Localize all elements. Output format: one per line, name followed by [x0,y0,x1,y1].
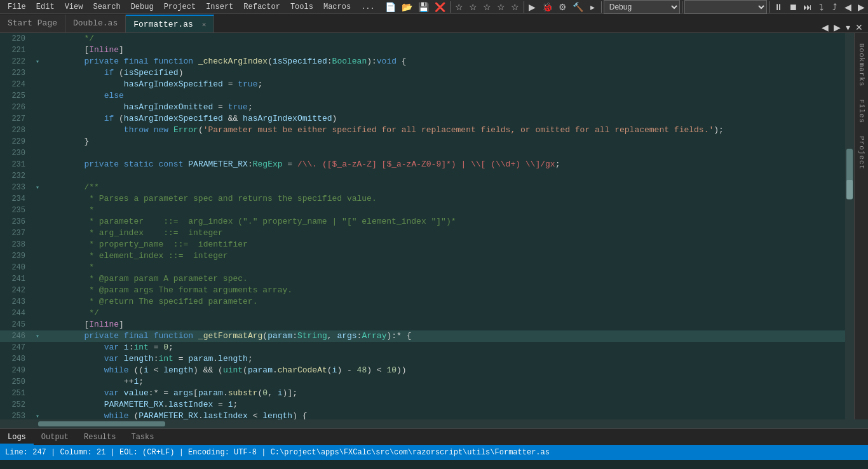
more-btn[interactable]: ▸ [587,0,599,15]
line-number[interactable]: 232 [0,172,33,180]
code-content: * parameter ::= arg_index ("." property_… [42,216,845,228]
bottom-tab-output[interactable]: Output [34,429,76,445]
horizontal-scrollbar-thumb[interactable] [38,421,165,426]
save-btn[interactable]: 💾 [416,0,431,15]
target-select[interactable] [684,0,767,14]
line-number[interactable]: 230 [0,149,33,158]
line-number[interactable]: 246 [0,332,33,341]
nav-fwd-btn[interactable]: ▶ [855,0,868,15]
run-btn[interactable]: ▶ [526,0,539,15]
debug-btn[interactable]: 🐞 [539,0,555,15]
line-number[interactable]: 220 [0,34,33,43]
star4-btn[interactable]: ☆ [494,0,508,15]
build-btn[interactable]: 🔨 [570,0,586,15]
line-number[interactable]: 223 [0,69,33,78]
horizontal-scrollbar[interactable] [0,419,868,428]
fold-indicator[interactable]: ▾ [33,58,42,65]
tab-scroll-right-btn[interactable]: ▶ [831,22,843,32]
line-number[interactable]: 243 [0,297,33,306]
star1-btn[interactable]: ☆ [452,0,466,15]
line-number[interactable]: 227 [0,114,33,123]
separator-3 [601,1,602,13]
menu-file[interactable]: File [3,0,31,14]
menu-tools[interactable]: Tools [285,0,318,14]
project-panel-label[interactable]: Project [857,131,867,175]
tab-close-icon[interactable]: ✕ [202,21,207,29]
tab-double-as[interactable]: Double.as [65,15,126,32]
line-number[interactable]: 237 [0,229,33,238]
line-number[interactable]: 234 [0,194,33,203]
line-number[interactable]: 248 [0,355,33,364]
line-number[interactable]: 231 [0,160,33,169]
line-number[interactable]: 251 [0,389,33,398]
code-line: 250 ++i; [0,376,845,388]
line-number[interactable]: 244 [0,309,33,318]
close-btn[interactable]: ❌ [432,0,448,15]
line-number[interactable]: 242 [0,286,33,295]
step-out-btn[interactable]: ⤴ [829,0,841,15]
menu-insert[interactable]: Insert [201,0,238,14]
menu-project[interactable]: Project [159,0,201,14]
debug-config-select[interactable]: Debug Release [604,0,680,14]
line-number[interactable]: 252 [0,400,33,409]
line-number[interactable]: 233 [0,183,33,192]
line-number[interactable]: 236 [0,217,33,226]
code-line: 248 var length:int = param.length; [0,353,845,365]
stop-btn[interactable]: ⏹ [786,0,800,15]
tab-start-page[interactable]: Start Page [0,15,65,32]
new-file-btn[interactable]: 📄 [383,0,398,15]
gear-btn[interactable]: ⚙ [556,0,569,15]
star5-btn[interactable]: ☆ [508,0,522,15]
menu-view[interactable]: View [60,0,88,14]
line-number[interactable]: 238 [0,240,33,249]
tab-scroll-left-btn[interactable]: ◀ [819,22,831,32]
line-number[interactable]: 221 [0,46,33,55]
line-number[interactable]: 225 [0,92,33,100]
menu-search[interactable]: Search [88,0,125,14]
line-number[interactable]: 228 [0,126,33,135]
fold-indicator[interactable]: ▾ [33,332,42,340]
code-content: * property_name ::= identifier [42,239,845,250]
tab-close-all-btn[interactable]: ✕ [853,22,865,32]
line-number[interactable]: 239 [0,252,33,261]
fold-indicator[interactable]: ▾ [33,412,42,419]
code-line: 249 while ((i < length) && (uint(param.c… [0,365,845,376]
line-number[interactable]: 235 [0,206,33,215]
star2-btn[interactable]: ☆ [466,0,480,15]
line-number[interactable]: 226 [0,103,33,112]
tab-list-btn[interactable]: ▾ [843,22,853,32]
line-number[interactable]: 224 [0,80,33,89]
line-number[interactable]: 222 [0,57,33,66]
fold-indicator[interactable]: ▾ [33,184,42,191]
line-number[interactable]: 253 [0,412,33,419]
code-content: ++i; [42,376,845,388]
line-number[interactable]: 250 [0,377,33,386]
menu-more[interactable]: ... [356,0,380,14]
menu-refactor[interactable]: Refactor [238,0,285,14]
line-number[interactable]: 229 [0,137,33,146]
vertical-scrollbar-track[interactable] [845,33,854,419]
line-number[interactable]: 245 [0,320,33,329]
nav-back-btn[interactable]: ◀ [842,0,855,15]
line-number[interactable]: 240 [0,263,33,272]
menu-macros[interactable]: Macros [318,0,356,14]
bottom-tab-tasks[interactable]: Tasks [123,429,161,445]
bottom-tab-logs[interactable]: Logs [0,429,34,445]
step-over-btn[interactable]: ⏭ [801,0,815,15]
tab-formatter-as[interactable]: Formatter.as ✕ [126,15,214,32]
open-btn[interactable]: 📂 [399,0,415,15]
line-number[interactable]: 241 [0,275,33,283]
bookmarks-panel-label[interactable]: Bookmarks [857,38,867,92]
code-editor[interactable]: 220 */221 [Inline]222▾ private final fun… [0,33,845,419]
code-content: throw new Error('Parameter must be eithe… [42,125,845,136]
code-line: 241 * @param param A parameter spec. [0,273,845,285]
star3-btn[interactable]: ☆ [480,0,494,15]
bottom-tab-results[interactable]: Results [76,429,123,445]
line-number[interactable]: 247 [0,343,33,352]
line-number[interactable]: 249 [0,366,33,375]
files-panel-label[interactable]: Files [857,94,867,128]
pause-btn[interactable]: ⏸ [771,0,785,15]
step-into-btn[interactable]: ⤵ [815,0,828,15]
menu-debug[interactable]: Debug [126,0,159,14]
menu-edit[interactable]: Edit [31,0,60,14]
